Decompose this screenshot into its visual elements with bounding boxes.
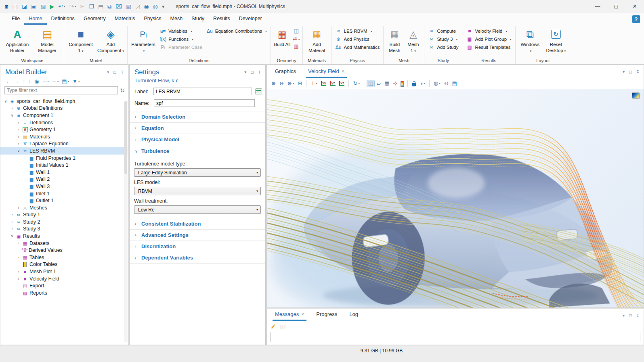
help-button[interactable]: ? xyxy=(632,15,640,23)
add-material-button[interactable]: ▦ Add Material xyxy=(304,26,329,54)
clear-messages-icon[interactable] xyxy=(271,323,275,330)
tree-item-initial-values-1[interactable]: ▆Initial Values 1 xyxy=(0,161,128,169)
print-icon[interactable]: ▤ xyxy=(451,80,458,87)
expander-icon[interactable]: › xyxy=(9,220,15,224)
physics-interface-button[interactable]: ≋ LES RBVM▾ xyxy=(333,28,382,34)
filter-input[interactable] xyxy=(4,86,118,94)
delete-icon[interactable]: ⌧ xyxy=(114,3,124,10)
float-panel-icon[interactable]: ◻ xyxy=(628,313,633,318)
pin-panel-icon[interactable]: ↧ xyxy=(257,69,262,75)
maximize-button[interactable]: ◻ xyxy=(607,0,625,13)
expander-icon[interactable]: › xyxy=(16,270,21,274)
collapse-panel-icon[interactable]: ▾ xyxy=(622,69,625,75)
section-dependent-variables[interactable]: › Dependent Variables xyxy=(130,252,265,264)
zoom-extents-icon[interactable]: ⊞ xyxy=(296,80,303,87)
plot-thumbnail-icon[interactable] xyxy=(632,92,640,98)
save-as-icon[interactable]: ▨ xyxy=(39,3,47,10)
menu-item[interactable]: Study xyxy=(187,13,209,25)
expander-icon[interactable]: ∨ xyxy=(3,99,8,103)
tree-item-wall-1[interactable]: ▆Wall 1 xyxy=(0,169,128,176)
geometry-update-icon[interactable]: ⇄▾ xyxy=(293,36,300,42)
tree-item-geometry-1[interactable]: ›AGeometry 1 xyxy=(0,126,128,133)
color-legend-icon[interactable] xyxy=(400,81,405,87)
tree-item-wall-2[interactable]: ▆Wall 2 xyxy=(0,176,128,183)
tab-graphics[interactable]: Graphics xyxy=(273,65,298,78)
app-logo-icon[interactable]: ◙ xyxy=(3,3,10,10)
scene-icon[interactable]: ▱ xyxy=(375,80,382,87)
tree-item-component-1[interactable]: ∨■Component 1 xyxy=(0,112,128,119)
tree-item-export[interactable]: ▤Export xyxy=(0,282,128,289)
expander-icon[interactable]: › xyxy=(16,206,21,210)
expander-icon[interactable]: › xyxy=(16,277,21,281)
expander-icon[interactable]: › xyxy=(9,213,15,217)
tree-item-materials[interactable]: ›▦Materials xyxy=(0,133,128,140)
tree-item-datasets[interactable]: ›▦Datasets xyxy=(0,240,128,247)
tree-scrollbar[interactable] xyxy=(124,101,128,342)
zoom-in-icon[interactable]: ⊕ xyxy=(270,80,277,87)
model-manager-button[interactable]: ▤ Model Manager xyxy=(32,26,62,54)
variables-button[interactable]: a= Variables▾ xyxy=(157,28,204,34)
label-field[interactable] xyxy=(153,88,252,95)
section-domain-selection[interactable]: › Domain Selection xyxy=(130,111,265,123)
mesh1-button[interactable]: ◬ Mesh 1▾ xyxy=(404,26,422,54)
minimize-button[interactable]: — xyxy=(588,0,607,13)
tree-item-sports-car-flow-field-mph[interactable]: ∨◈sports_car_flow_field.mph xyxy=(0,98,128,105)
select-box-icon[interactable]: ▧ xyxy=(124,3,133,10)
open-in-table-icon[interactable]: ◫ xyxy=(279,323,287,330)
menu-item[interactable]: File xyxy=(7,13,24,25)
tree-item-study-1[interactable]: ›∞Study 1 xyxy=(0,211,128,219)
move-down-icon[interactable]: ↓ xyxy=(27,78,33,85)
equation-contributions-button[interactable]: Δu Equation Contributions▾ xyxy=(204,28,269,34)
dropdown[interactable]: Low Re▾ xyxy=(134,205,261,214)
dropdown[interactable]: Large Eddy Simulation▾ xyxy=(134,168,261,177)
tree-item-wall-3[interactable]: ▆Wall 3 xyxy=(0,183,128,190)
close-icon[interactable]: × xyxy=(342,69,344,74)
go-to-default-view-icon[interactable]: ⊥▾ xyxy=(309,80,319,87)
zoom-out-icon[interactable]: ⊖ xyxy=(278,80,285,87)
functions-button[interactable]: f(x) Functions▾ xyxy=(157,36,204,42)
lasso-icon[interactable]: ◿ xyxy=(134,3,142,10)
expander-icon[interactable]: › xyxy=(16,255,21,259)
view-yz-icon[interactable]: yz xyxy=(329,81,337,86)
geometry-parts-icon[interactable]: ▥ xyxy=(293,43,300,49)
tab-log[interactable]: Log xyxy=(347,308,361,321)
undo-icon[interactable]: ↶▾ xyxy=(57,3,67,10)
tab-velocity-field[interactable]: Velocity Field× xyxy=(306,65,347,78)
parameters-button[interactable]: Pᵢ Parameters▾ xyxy=(129,26,157,54)
result-templates-button[interactable]: ▥ Result Templates xyxy=(464,44,513,50)
windows-button[interactable]: ⧉ Windows▾ xyxy=(517,26,543,54)
build-all-button[interactable]: ▦ Build All xyxy=(273,26,292,48)
copy-icon[interactable]: ❐ xyxy=(87,3,96,10)
refresh-icon[interactable]: ↻ xyxy=(120,87,125,94)
collapse-panel-icon[interactable]: ▾ xyxy=(243,69,247,75)
expander-icon[interactable]: › xyxy=(16,142,21,146)
tree-item-velocity-field[interactable]: ›■Velocity Field xyxy=(0,275,128,282)
color-palette-icon[interactable]: ◑▾ xyxy=(418,80,426,87)
cut-icon[interactable]: ✂ xyxy=(79,3,87,10)
tree-item-study-3[interactable]: ›∞Study 3 xyxy=(0,226,128,233)
expander-icon[interactable]: › xyxy=(16,128,21,132)
add-physics-button[interactable]: ⊛ Add Physics xyxy=(333,36,382,42)
study3-button[interactable]: ∞ Study 3▾ xyxy=(426,36,460,42)
pin-panel-icon[interactable]: ↧ xyxy=(120,69,125,75)
axis-triad-icon[interactable]: ⊹ xyxy=(392,80,399,87)
float-panel-icon[interactable]: ◻ xyxy=(250,69,254,75)
reset-desktop-button[interactable]: ↻ Reset Desktop▾ xyxy=(543,26,569,54)
section-advanced-settings[interactable]: › Advanced Settings xyxy=(130,230,265,241)
tab-messages[interactable]: Messages× xyxy=(273,308,306,321)
back-icon[interactable]: ← xyxy=(4,78,12,85)
duplicate-icon[interactable]: ⧉ xyxy=(106,3,113,10)
tree-item-derived-values[interactable]: 8.85e-12Derived Values xyxy=(0,247,128,254)
add-component-button[interactable]: ◈ Add Component▾ xyxy=(96,26,126,54)
menu-item[interactable]: Definitions xyxy=(47,13,79,25)
lock-axes-icon[interactable] xyxy=(411,81,417,87)
dropdown[interactable]: RBVM▾ xyxy=(134,187,261,195)
zoom-box-icon[interactable]: ⊕▾ xyxy=(286,80,295,87)
paste-icon[interactable]: ⬒ xyxy=(96,3,105,10)
move-up-icon[interactable]: ↑ xyxy=(21,78,27,85)
collapse-panel-icon[interactable]: ▾ xyxy=(622,313,625,318)
application-builder-button[interactable]: A Application Builder xyxy=(2,26,32,54)
show-icon[interactable]: ◉ xyxy=(33,78,40,85)
tree-item-laplace-equation[interactable]: ›∇Laplace Equation xyxy=(0,140,128,148)
compute-button[interactable]: = Compute xyxy=(426,28,460,34)
